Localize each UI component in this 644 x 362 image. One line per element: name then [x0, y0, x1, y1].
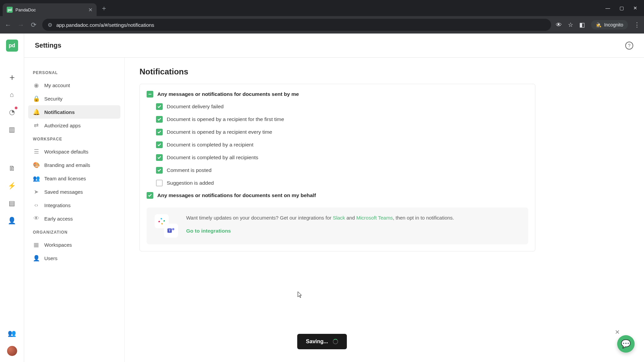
- sidebar-item-saved-messages[interactable]: ➤ Saved messages: [28, 185, 120, 198]
- home-icon[interactable]: ⌂: [7, 90, 17, 99]
- toast-text: Saving...: [306, 339, 328, 345]
- notif-item-label: Document is opened by a recipient every …: [167, 129, 272, 135]
- contacts-icon[interactable]: 👤: [7, 216, 17, 225]
- bookmark-icon[interactable]: ☆: [568, 21, 573, 28]
- sidebar-item-label: Saved messages: [44, 189, 83, 195]
- svg-text:T: T: [169, 229, 171, 232]
- sidebar-item-team[interactable]: 👥 Team and licenses: [28, 172, 120, 185]
- sidebar-item-label: Early access: [44, 216, 73, 222]
- panel-title: Notifications: [140, 67, 629, 76]
- reload-button[interactable]: ⟳: [30, 21, 38, 29]
- section-personal: PERSONAL: [33, 70, 120, 75]
- incognito-icon: 🕵: [596, 22, 601, 27]
- sidebar-item-label: Security: [44, 96, 62, 102]
- sidebar-item-notifications[interactable]: 🔔 Notifications: [28, 105, 120, 119]
- close-window-icon[interactable]: ✕: [633, 5, 637, 11]
- new-tab-button[interactable]: ＋: [101, 4, 107, 13]
- activity-icon[interactable]: ◔: [7, 107, 17, 117]
- notif-item-comment-posted[interactable]: Comment is posted: [147, 164, 528, 177]
- cursor-icon: [296, 291, 303, 301]
- user-icon: 👤: [33, 255, 40, 261]
- checkbox[interactable]: [156, 154, 163, 161]
- sidebar-item-label: Team and licenses: [44, 176, 86, 181]
- grid-icon: ▦: [33, 241, 40, 248]
- tracking-icon[interactable]: 👁: [556, 21, 562, 28]
- documents-icon[interactable]: 🗎: [7, 164, 17, 173]
- sidebar-item-integrations[interactable]: ‹› Integrations: [28, 198, 120, 212]
- spinner-icon: [333, 339, 338, 344]
- chat-bubble-button[interactable]: 💬: [617, 335, 635, 353]
- team-icon[interactable]: 👥: [7, 328, 17, 338]
- notif-item-label: Document is completed by a recipient: [167, 142, 253, 148]
- promo-text-part: , then opt in to notifications.: [393, 215, 454, 221]
- promo-text-part: Want timely updates on your documents? G…: [186, 215, 333, 221]
- sidebar-item-label: Workspaces: [44, 242, 72, 248]
- close-tab-icon[interactable]: ✕: [88, 7, 93, 13]
- team-icon: 👥: [33, 175, 40, 182]
- minimize-icon[interactable]: —: [605, 5, 610, 11]
- sidebar-item-users[interactable]: 👤 Users: [28, 251, 120, 265]
- page-title: Settings: [35, 42, 61, 49]
- address-bar[interactable]: ⚙ app.pandadoc.com/a/#/settings/notifica…: [42, 19, 551, 31]
- templates-icon[interactable]: ⚡: [7, 181, 17, 190]
- go-to-integrations-button[interactable]: Go to integrations: [186, 228, 231, 234]
- notif-item-opened-every[interactable]: Document is opened by a recipient every …: [147, 126, 528, 138]
- back-button[interactable]: ←: [4, 21, 12, 29]
- promo-text: Want timely updates on your documents? G…: [186, 214, 454, 222]
- sidebar-item-authorized-apps[interactable]: ⇄ Authorized apps: [28, 119, 120, 132]
- browser-tab[interactable]: pd PandaDoc ✕: [3, 3, 97, 16]
- pandadoc-logo-icon[interactable]: pd: [6, 40, 18, 52]
- promo-icons: T: [155, 214, 178, 238]
- checkbox[interactable]: [147, 192, 153, 199]
- notif-item-label: Document is opened by a recipient for th…: [167, 116, 284, 122]
- forward-button[interactable]: →: [17, 21, 25, 29]
- saving-toast: Saving...: [297, 334, 347, 349]
- checkbox[interactable]: [156, 103, 163, 110]
- checkbox[interactable]: [156, 116, 163, 123]
- notif-item-opened-first[interactable]: Document is opened by a recipient for th…: [147, 113, 528, 126]
- maximize-icon[interactable]: ▢: [620, 5, 624, 11]
- notif-item-label: Document is completed by all recipients: [167, 155, 258, 161]
- sliders-icon: ☰: [33, 148, 40, 155]
- bell-icon: 🔔: [33, 109, 40, 115]
- notif-group-on-my-behalf[interactable]: Any messages or notifications for docume…: [147, 189, 528, 201]
- sidebar-item-early-access[interactable]: 👁 Early access: [28, 212, 120, 225]
- checkbox[interactable]: [156, 141, 163, 148]
- help-icon[interactable]: ?: [625, 42, 633, 50]
- notif-group-label: Any messages or notifications for docume…: [157, 91, 299, 97]
- teams-link[interactable]: Microsoft Teams: [356, 215, 393, 221]
- svg-rect-0: [149, 94, 152, 95]
- sidebar-item-my-account[interactable]: ◉ My account: [28, 78, 120, 92]
- incognito-badge[interactable]: 🕵 Incognito: [591, 20, 628, 29]
- notif-item-completed-all[interactable]: Document is completed by all recipients: [147, 151, 528, 164]
- notif-group-sent-by-me[interactable]: Any messages or notifications for docume…: [147, 88, 528, 100]
- notif-item-suggestion-added[interactable]: Suggestion is added: [147, 177, 528, 189]
- pandadoc-favicon-icon: pd: [7, 7, 13, 13]
- site-settings-icon[interactable]: ⚙: [48, 22, 52, 28]
- checkbox-indeterminate[interactable]: [147, 91, 153, 98]
- user-icon: ◉: [33, 82, 40, 88]
- swap-icon: ⇄: [33, 122, 40, 129]
- chat-close-icon[interactable]: ✕: [615, 328, 620, 336]
- sidebar-item-security[interactable]: 🔒 Security: [28, 92, 120, 105]
- create-new-button[interactable]: ＋: [7, 72, 17, 82]
- checkbox[interactable]: [156, 180, 163, 186]
- tab-title: PandaDoc: [15, 7, 86, 12]
- checkbox[interactable]: [156, 167, 163, 174]
- palette-icon: 🎨: [33, 162, 40, 168]
- notif-item-completed-recipient[interactable]: Document is completed by a recipient: [147, 138, 528, 151]
- notif-item-delivery-failed[interactable]: Document delivery failed: [147, 100, 528, 113]
- menu-icon[interactable]: ⋮: [634, 21, 640, 28]
- checkbox[interactable]: [156, 129, 163, 135]
- side-panel-icon[interactable]: ◧: [579, 21, 585, 28]
- sidebar-item-workspaces[interactable]: ▦ Workspaces: [28, 238, 120, 251]
- app-area: pd ＋ ⌂ ◔ ▥ 🗎 ⚡ ▤ 👤 👥 Settings ? PERSONAL…: [0, 34, 644, 362]
- user-avatar[interactable]: [7, 346, 17, 356]
- library-icon[interactable]: ▤: [7, 198, 17, 208]
- promo-text-part: and: [345, 215, 356, 221]
- sidebar-item-label: My account: [44, 82, 70, 88]
- sidebar-item-branding[interactable]: 🎨 Branding and emails: [28, 158, 120, 172]
- sidebar-item-workspace-defaults[interactable]: ☰ Workspace defaults: [28, 145, 120, 158]
- reports-icon[interactable]: ▥: [7, 125, 17, 134]
- slack-link[interactable]: Slack: [333, 215, 345, 221]
